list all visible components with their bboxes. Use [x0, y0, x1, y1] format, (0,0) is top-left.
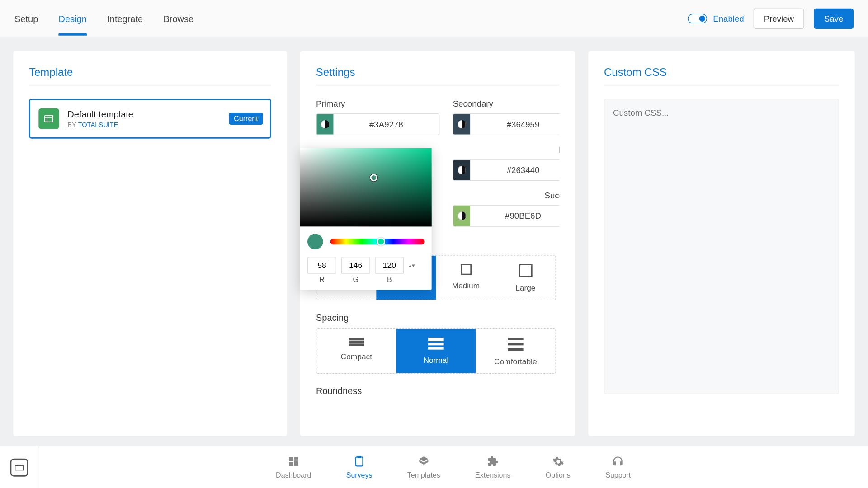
dark-label: Dark: [453, 145, 559, 154]
success-label: Success: [453, 190, 559, 200]
hue-slider[interactable]: [330, 239, 425, 244]
template-card[interactable]: Default template BY TOTALSUITE Current: [29, 99, 271, 139]
preview-button[interactable]: Preview: [754, 8, 804, 28]
divider: [316, 85, 560, 85]
svg-rect-3: [15, 465, 24, 470]
save-button[interactable]: Save: [814, 8, 854, 28]
top-tabs: Setup Design Integrate Browse: [14, 2, 193, 35]
svg-rect-7: [289, 462, 293, 466]
success-color-input[interactable]: [453, 205, 559, 226]
custom-css-textarea[interactable]: [604, 99, 839, 394]
hue-cursor[interactable]: [377, 237, 386, 246]
spacing-comfortable[interactable]: Comfortable: [476, 329, 555, 373]
secondary-color-input[interactable]: [453, 113, 559, 135]
settings-panel-title: Settings: [316, 66, 560, 79]
nav-extensions[interactable]: Extensions: [475, 455, 510, 479]
top-actions: Enabled Preview Save: [688, 8, 854, 28]
sat-cursor[interactable]: [370, 174, 377, 182]
enabled-toggle[interactable]: [688, 14, 707, 23]
bottom-nav: Dashboard Surveys Templates Extensions O…: [0, 446, 868, 488]
svg-rect-0: [45, 116, 53, 122]
nav-surveys[interactable]: Surveys: [346, 455, 373, 479]
tab-integrate[interactable]: Integrate: [107, 2, 143, 35]
clipboard-icon: [353, 455, 365, 467]
layers-icon: [418, 455, 430, 467]
dark-color-input[interactable]: [453, 159, 559, 181]
svg-rect-4: [289, 457, 293, 461]
divider: [29, 85, 271, 85]
size-large[interactable]: Large: [495, 255, 555, 299]
spacing-normal[interactable]: Normal: [396, 329, 476, 373]
enabled-toggle-wrap: Enabled: [688, 14, 744, 23]
svg-rect-9: [357, 455, 361, 457]
nav-items: Dashboard Surveys Templates Extensions O…: [38, 455, 868, 479]
grid-icon: [288, 455, 300, 467]
current-badge: Current: [229, 113, 263, 125]
current-color-swatch: [307, 234, 323, 249]
gear-icon: [552, 455, 564, 467]
tab-design[interactable]: Design: [59, 2, 87, 35]
nav-support[interactable]: Support: [605, 455, 631, 479]
tab-setup[interactable]: Setup: [14, 2, 38, 35]
puzzle-icon: [487, 455, 499, 467]
primary-label: Primary: [316, 99, 439, 108]
settings-panel: Settings Primary Secondary x: [300, 51, 575, 436]
nav-options[interactable]: Options: [546, 455, 571, 479]
rgb-inputs: ▴▾: [300, 252, 432, 275]
contrast-icon: [453, 160, 470, 180]
briefcase-icon: [10, 458, 28, 476]
b-input[interactable]: [375, 257, 404, 274]
corner-button[interactable]: [0, 446, 38, 488]
contrast-icon: [453, 206, 470, 226]
contrast-icon: [453, 114, 470, 134]
g-input[interactable]: [341, 257, 370, 274]
spacing-choice-row: Compact Normal Comfortable: [316, 328, 556, 374]
secondary-label: Secondary: [453, 99, 559, 108]
saturation-area[interactable]: [300, 148, 432, 226]
nav-templates[interactable]: Templates: [407, 455, 440, 479]
nav-dashboard[interactable]: Dashboard: [276, 455, 311, 479]
dark-color-field: Dark: [453, 145, 559, 181]
template-name: Default template: [67, 109, 133, 119]
svg-rect-5: [294, 457, 298, 460]
headphones-icon: [612, 455, 624, 467]
secondary-value[interactable]: [470, 114, 559, 134]
color-picker-popover: ▴▾ R G B: [300, 148, 432, 290]
css-panel-title: Custom CSS: [604, 66, 839, 79]
enabled-label: Enabled: [713, 14, 744, 23]
success-value[interactable]: [470, 206, 559, 226]
roundness-section-label: Roundness: [316, 385, 556, 396]
dark-value[interactable]: [470, 160, 559, 180]
divider: [604, 85, 839, 85]
secondary-color-field: Secondary: [453, 99, 559, 135]
primary-value[interactable]: [333, 114, 439, 134]
success-color-field: Success: [453, 190, 559, 226]
size-medium[interactable]: Medium: [436, 255, 495, 299]
template-icon: [38, 108, 59, 129]
main-area: Template Default template BY TOTALSUITE …: [0, 38, 868, 450]
contrast-icon: [316, 114, 333, 134]
svg-rect-8: [356, 457, 363, 466]
format-toggle-icon[interactable]: ▴▾: [409, 263, 416, 267]
spacing-section-label: Spacing: [316, 312, 556, 323]
custom-css-panel: Custom CSS: [588, 51, 854, 436]
template-panel-title: Template: [29, 66, 271, 79]
primary-color-input[interactable]: [316, 113, 439, 135]
template-by: BY TOTALSUITE: [67, 121, 133, 128]
top-bar: Setup Design Integrate Browse Enabled Pr…: [0, 0, 868, 38]
template-info: Default template BY TOTALSUITE: [67, 109, 133, 128]
svg-rect-6: [294, 460, 298, 465]
rgb-labels: R G B: [300, 275, 432, 290]
tab-browse[interactable]: Browse: [163, 2, 193, 35]
template-panel: Template Default template BY TOTALSUITE …: [13, 51, 287, 436]
primary-color-field: Primary: [316, 99, 439, 135]
r-input[interactable]: [307, 257, 336, 274]
spacing-compact[interactable]: Compact: [316, 329, 396, 373]
